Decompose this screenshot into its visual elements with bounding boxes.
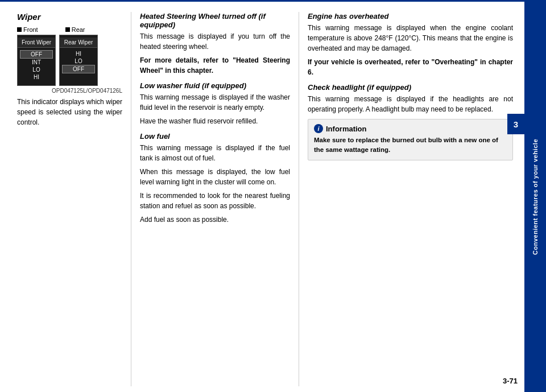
low-washer-p1: This warning message is displayed if the…: [140, 92, 290, 113]
rear-lo-option: LO: [60, 57, 97, 65]
info-box-text: Make sure to replace the burned out bulb…: [314, 135, 507, 155]
rear-wiper-box: Rear Wiper HI LO OFF: [59, 35, 98, 86]
low-washer-p2: Have the washer fluid reservoir refilled…: [140, 116, 290, 126]
low-fuel-p1: This warning message is displayed if the…: [140, 143, 290, 163]
sidebar-text: Convenient features of your vehicle: [532, 139, 539, 255]
engine-overheat-p1: This warning message is displayed when t…: [308, 23, 513, 53]
front-off-option: OFF: [20, 50, 53, 59]
sidebar-right: Convenient features of your vehicle: [524, 2, 546, 392]
wiper-body-text: This indicator displays which wiper spee…: [17, 97, 122, 127]
wiper-boxes: Front Wiper OFF INT LO HI Rear Wiper HI: [17, 35, 122, 86]
low-fuel-p3: It is recommended to look for the neares…: [140, 191, 290, 211]
front-dot: [17, 27, 22, 32]
three-col: Wiper Front Rear Front Wiper: [17, 12, 513, 386]
low-fuel-p2: When this message is displayed, the low …: [140, 167, 290, 187]
check-headlight-title: Check headlight (if equipped): [308, 83, 513, 92]
diagram-caption: OPD047125L/OPD047126L: [17, 88, 122, 94]
rear-label-item: Rear: [65, 26, 85, 33]
engine-overheat-title: Engine has overheated: [308, 12, 513, 20]
info-box-title: i Information: [314, 124, 507, 133]
check-headlight-p1: This warning message is displayed if the…: [308, 94, 513, 114]
rear-label: Rear: [72, 26, 85, 33]
info-title-text: Information: [326, 125, 367, 133]
front-label-item: Front: [17, 26, 38, 33]
rear-off-option: OFF: [62, 65, 95, 73]
front-wiper-options: OFF INT LO HI: [18, 48, 55, 83]
main-content: Wiper Front Rear Front Wiper: [0, 2, 524, 392]
rear-dot: [65, 27, 70, 32]
heated-wheel-p2: For more details, refer to "Heated Steer…: [140, 55, 290, 76]
rear-wiper-options: HI LO OFF: [60, 48, 97, 76]
low-washer-title: Low washer fluid (if equipped): [140, 81, 290, 90]
overheating-ref: If your vehicle is overheated, refer to …: [308, 57, 513, 77]
rear-hi-option: HI: [60, 50, 97, 57]
front-wiper-box: Front Wiper OFF INT LO HI: [17, 35, 56, 86]
front-hi-option: HI: [18, 73, 55, 81]
col-mid: Heated Steering Wheel turned off (if equ…: [131, 12, 299, 386]
front-lo-option: LO: [18, 66, 55, 73]
low-fuel-p4: Add fuel as soon as possible.: [140, 214, 290, 225]
chapter-number: 3: [507, 114, 524, 134]
info-icon: i: [314, 124, 323, 133]
front-wiper-title: Front Wiper: [18, 38, 55, 48]
info-box: i Information Make sure to replace the b…: [308, 119, 513, 160]
front-int-option: INT: [18, 59, 55, 66]
low-fuel-title: Low fuel: [140, 132, 290, 141]
col-right: Engine has overheated This warning messa…: [299, 12, 513, 386]
col-left: Wiper Front Rear Front Wiper: [17, 12, 131, 386]
heated-wheel-p1: This message is displayed if you turn of…: [140, 31, 290, 52]
page-number: 3-71: [503, 377, 518, 385]
wiper-label-row: Front Rear: [17, 26, 122, 33]
rear-wiper-title: Rear Wiper: [60, 38, 97, 48]
heated-wheel-title: Heated Steering Wheel turned off (if equ…: [140, 12, 290, 29]
front-label: Front: [23, 26, 38, 33]
page-layout: Wiper Front Rear Front Wiper: [0, 2, 546, 392]
section-title: Wiper: [17, 12, 122, 22]
